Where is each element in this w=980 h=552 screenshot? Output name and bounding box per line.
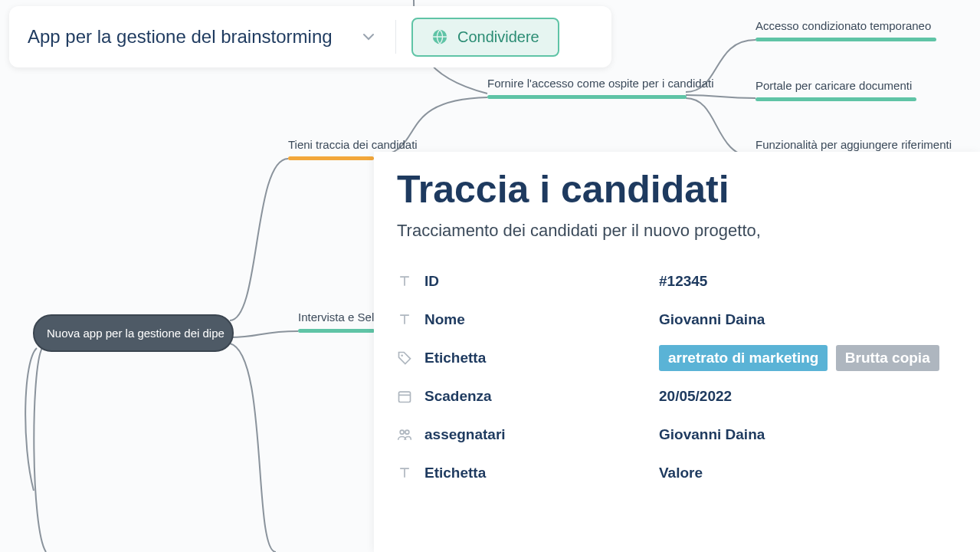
node-accesso-condizionato[interactable]: Accesso condizionato temporaneo [755, 19, 931, 32]
prop-value-tags: arretrato di marketing Brutta copia [659, 345, 944, 371]
share-button[interactable]: Condividere [411, 18, 559, 57]
document-title[interactable]: App per la gestione del brainstorming [28, 25, 349, 48]
node-fornire-accesso[interactable]: Fornire l'accesso come ospite per i cand… [487, 77, 714, 90]
prop-row-name[interactable]: Nome Giovanni Daina [397, 301, 957, 339]
node-portale-documenti[interactable]: Portale per caricare documenti [755, 79, 912, 92]
node-underline [487, 95, 687, 99]
prop-value: Giovanni Daina [659, 426, 765, 443]
detail-panel: Traccia i candidati Tracciamento dei can… [374, 152, 980, 552]
prop-value: #12345 [659, 273, 707, 290]
divider [395, 20, 396, 54]
text-icon [397, 465, 412, 481]
prop-label: Etichetta [424, 350, 647, 366]
text-icon [397, 274, 412, 289]
prop-label: Scadenza [424, 388, 647, 405]
tag-marketing-backlog[interactable]: arretrato di marketing [659, 345, 828, 371]
chevron-down-icon [363, 33, 374, 41]
share-button-label: Condividere [457, 28, 539, 46]
svg-point-3 [400, 430, 404, 434]
svg-rect-2 [399, 392, 411, 402]
node-funzionalita-riferimenti[interactable]: Funzionalità per aggiungere riferimenti [755, 138, 952, 151]
tag-draft[interactable]: Brutta copia [836, 345, 939, 371]
prop-value: Giovanni Daina [659, 311, 765, 328]
panel-title: Traccia i candidati [397, 167, 957, 212]
prop-value: Valore [659, 465, 703, 481]
topbar: App per la gestione del brainstorming Co… [9, 6, 611, 67]
svg-point-1 [401, 354, 403, 356]
panel-subtitle: Tracciamento dei candidati per il nuovo … [397, 221, 957, 241]
prop-row-id[interactable]: ID #12345 [397, 262, 957, 301]
svg-point-4 [405, 430, 409, 434]
prop-label: ID [424, 273, 647, 290]
prop-label: Etichetta [424, 465, 647, 481]
prop-row-extra[interactable]: Etichetta Valore [397, 454, 957, 492]
node-underline [288, 156, 374, 160]
prop-value: 20/05/2022 [659, 388, 732, 405]
prop-row-assignees[interactable]: assegnatari Giovanni Daina [397, 416, 957, 454]
node-tieni-traccia[interactable]: Tieni traccia dei candidati [288, 138, 418, 151]
mindmap-root-node[interactable]: Nuova app per la gestione dei dipe [33, 314, 234, 352]
node-underline [755, 97, 916, 101]
node-underline [755, 38, 936, 41]
calendar-icon [397, 389, 412, 404]
node-intervista[interactable]: Intervista e Sele [298, 310, 381, 324]
prop-row-due[interactable]: Scadenza 20/05/2022 [397, 377, 957, 416]
prop-label: Nome [424, 311, 647, 328]
people-icon [397, 427, 412, 442]
tag-icon [397, 350, 412, 366]
text-icon [397, 312, 412, 327]
prop-label: assegnatari [424, 426, 647, 443]
title-dropdown[interactable] [357, 24, 380, 50]
prop-row-tag[interactable]: Etichetta arretrato di marketing Brutta … [397, 339, 957, 377]
globe-icon [431, 28, 448, 45]
node-underline [298, 329, 375, 333]
